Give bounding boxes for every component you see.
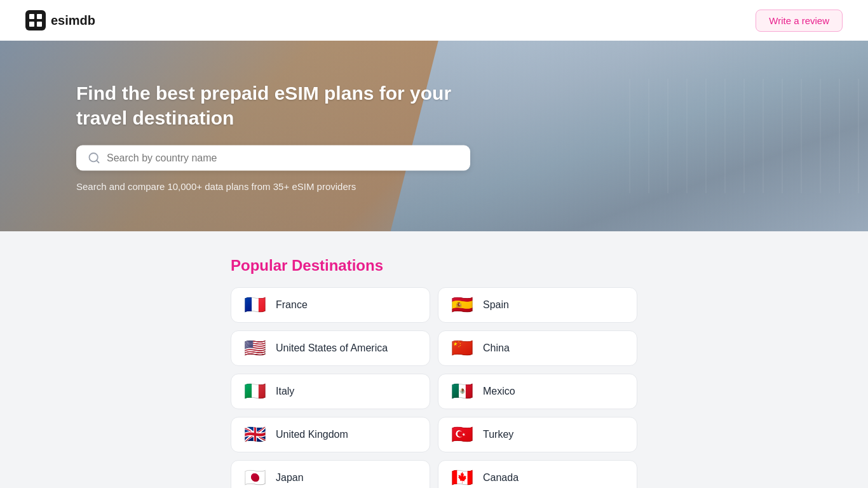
country-name-italy: Italy: [276, 386, 294, 397]
country-name-japan: Japan: [276, 472, 304, 484]
search-icon: [88, 152, 100, 165]
logo-text: esimdb: [51, 13, 95, 28]
svg-rect-1: [29, 14, 34, 19]
write-review-button[interactable]: Write a review: [756, 10, 843, 32]
destination-card-turkey[interactable]: 🇹🇷Turkey: [438, 417, 637, 452]
logo[interactable]: esimdb: [25, 10, 95, 30]
hero-content: Find the best prepaid eSIM plans for you…: [76, 81, 483, 192]
popular-destinations-title: Popular Destinations: [231, 257, 637, 274]
destinations-grid: 🇫🇷France🇪🇸Spain🇺🇸United States of Americ…: [231, 287, 637, 488]
country-name-canada: Canada: [483, 472, 519, 484]
svg-line-6: [97, 160, 99, 163]
flag-uk: 🇬🇧: [243, 426, 267, 443]
flag-turkey: 🇹🇷: [450, 426, 474, 443]
svg-rect-2: [37, 14, 42, 19]
flag-canada: 🇨🇦: [450, 470, 474, 486]
svg-rect-4: [37, 22, 42, 27]
destination-card-japan[interactable]: 🇯🇵Japan: [231, 460, 430, 488]
destination-card-uk[interactable]: 🇬🇧United Kingdom: [231, 417, 430, 452]
destination-card-france[interactable]: 🇫🇷France: [231, 287, 430, 323]
flag-mexico: 🇲🇽: [450, 383, 474, 400]
destination-card-spain[interactable]: 🇪🇸Spain: [438, 287, 637, 323]
destination-card-canada[interactable]: 🇨🇦Canada: [438, 460, 637, 488]
country-name-spain: Spain: [483, 299, 509, 311]
flag-spain: 🇪🇸: [450, 297, 474, 313]
destination-card-china[interactable]: 🇨🇳China: [438, 330, 637, 366]
header: esimdb Write a review: [0, 0, 868, 41]
search-bar[interactable]: [76, 146, 470, 171]
country-name-usa: United States of America: [276, 342, 388, 354]
main-content: Popular Destinations 🇫🇷France🇪🇸Spain🇺🇸Un…: [218, 231, 650, 488]
flag-china: 🇨🇳: [450, 340, 474, 356]
country-name-turkey: Turkey: [483, 429, 513, 440]
hero-subtitle: Search and compare 10,000+ data plans fr…: [76, 181, 483, 192]
country-name-uk: United Kingdom: [276, 429, 348, 440]
flag-usa: 🇺🇸: [243, 340, 267, 356]
country-name-china: China: [483, 342, 510, 354]
destination-card-italy[interactable]: 🇮🇹Italy: [231, 374, 430, 409]
hero-section: Find the best prepaid eSIM plans for you…: [0, 41, 868, 231]
destination-card-usa[interactable]: 🇺🇸United States of America: [231, 330, 430, 366]
search-input[interactable]: [107, 152, 459, 164]
hero-title: Find the best prepaid eSIM plans for you…: [76, 81, 483, 130]
flag-japan: 🇯🇵: [243, 470, 267, 486]
country-name-mexico: Mexico: [483, 386, 515, 397]
svg-rect-3: [29, 22, 34, 27]
country-name-france: France: [276, 299, 308, 311]
svg-rect-0: [25, 10, 46, 30]
flag-france: 🇫🇷: [243, 297, 267, 313]
logo-icon: [25, 10, 46, 30]
destination-card-mexico[interactable]: 🇲🇽Mexico: [438, 374, 637, 409]
flag-italy: 🇮🇹: [243, 383, 267, 400]
